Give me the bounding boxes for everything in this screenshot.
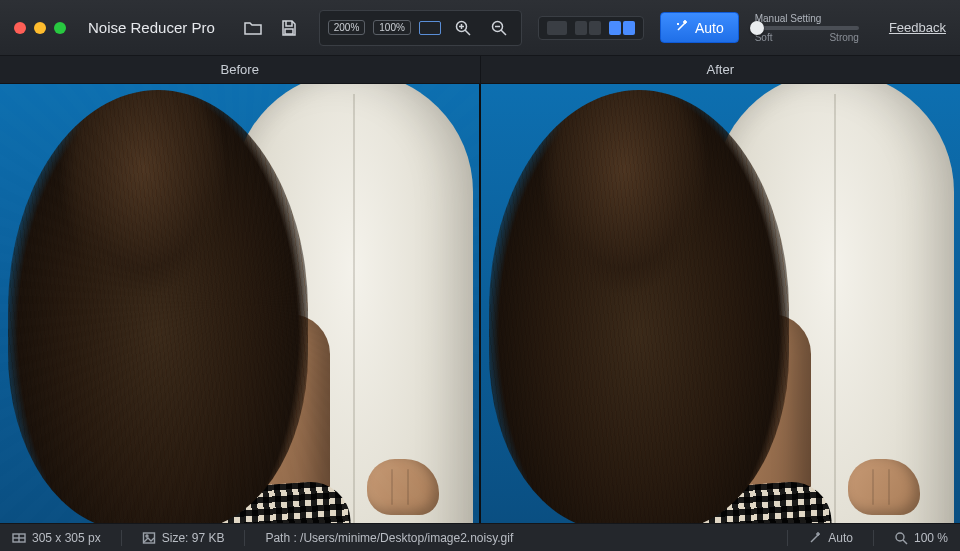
view-mode-group <box>538 16 644 40</box>
before-pane[interactable] <box>0 84 481 523</box>
file-group <box>239 15 303 41</box>
maximize-icon[interactable] <box>54 22 66 34</box>
view-compare-button[interactable] <box>609 21 635 35</box>
image-icon <box>142 531 156 545</box>
status-dimensions-text: 305 x 305 px <box>32 531 101 545</box>
status-mode: Auto <box>808 531 853 545</box>
svg-line-22 <box>903 540 907 544</box>
view-split-button[interactable] <box>575 21 601 35</box>
zoom-out-button[interactable] <box>485 15 513 41</box>
status-path-text: Path : /Users/minime/Desktop/image2.nois… <box>265 531 513 545</box>
wand-icon <box>675 19 689 36</box>
dimensions-icon <box>12 531 26 545</box>
svg-rect-0 <box>285 29 293 34</box>
split-headers: Before After <box>0 56 960 84</box>
manual-slider[interactable]: Manual Setting Soft Strong <box>755 13 859 43</box>
canvas <box>0 84 960 523</box>
magnifier-icon <box>894 531 908 545</box>
before-header: Before <box>0 56 481 83</box>
status-mode-text: Auto <box>828 531 853 545</box>
fit-screen-button[interactable] <box>419 21 441 35</box>
app-title: Noise Reducer Pro <box>88 19 215 36</box>
window-controls <box>14 22 66 34</box>
auto-button[interactable]: Auto <box>660 12 739 43</box>
feedback-link[interactable]: Feedback <box>889 20 946 35</box>
close-icon[interactable] <box>14 22 26 34</box>
sep <box>873 530 874 546</box>
after-pane[interactable] <box>481 84 960 523</box>
zoom-200-button[interactable]: 200% <box>328 20 366 35</box>
slider-strong-label: Strong <box>829 32 858 43</box>
svg-point-21 <box>896 533 904 541</box>
slider-track[interactable] <box>755 26 859 30</box>
status-dimensions: 305 x 305 px <box>12 531 101 545</box>
status-path: Path : /Users/minime/Desktop/image2.nois… <box>265 531 513 545</box>
wand-icon <box>808 531 822 545</box>
statusbar: 305 x 305 px Size: 97 KB Path : /Users/m… <box>0 523 960 551</box>
titlebar: Noise Reducer Pro 200% 100% Auto Manual … <box>0 0 960 56</box>
after-header: After <box>481 56 961 83</box>
zoom-group: 200% 100% <box>319 10 522 46</box>
zoom-100-button[interactable]: 100% <box>373 20 411 35</box>
status-zoom: 100 % <box>894 531 948 545</box>
sep <box>787 530 788 546</box>
slider-thumb[interactable] <box>750 21 764 35</box>
view-single-button[interactable] <box>547 21 567 35</box>
open-file-button[interactable] <box>239 15 267 41</box>
sep <box>121 530 122 546</box>
auto-button-label: Auto <box>695 20 724 36</box>
svg-line-6 <box>501 30 506 35</box>
svg-line-2 <box>465 30 470 35</box>
minimize-icon[interactable] <box>34 22 46 34</box>
save-file-button[interactable] <box>275 15 303 41</box>
slider-title: Manual Setting <box>755 13 859 24</box>
zoom-in-button[interactable] <box>449 15 477 41</box>
svg-point-17 <box>146 535 148 537</box>
status-size-text: Size: 97 KB <box>162 531 225 545</box>
status-size: Size: 97 KB <box>142 531 225 545</box>
status-zoom-text: 100 % <box>914 531 948 545</box>
sep <box>244 530 245 546</box>
